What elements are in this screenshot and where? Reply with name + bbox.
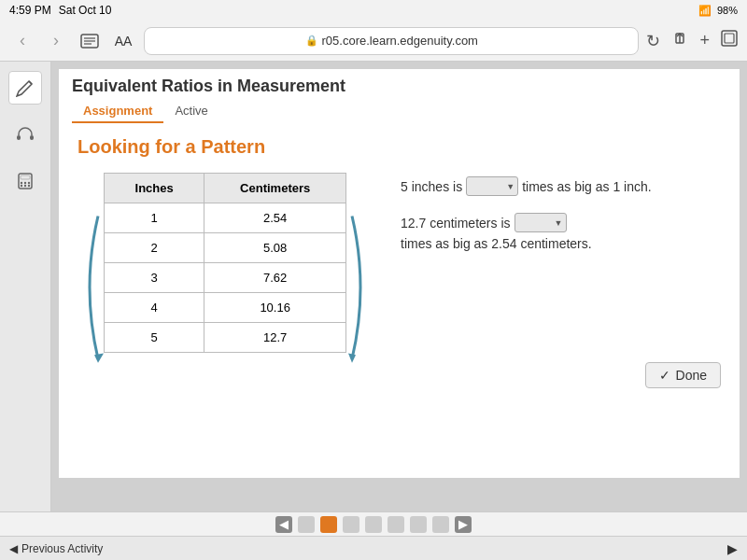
calculator-icon[interactable]	[8, 164, 42, 198]
svg-rect-11	[21, 175, 30, 179]
prev-page-button[interactable]: ◀	[275, 516, 292, 533]
tabs-bar: Assignment Active	[72, 100, 726, 123]
svg-point-12	[21, 182, 22, 184]
page-dot-6[interactable]	[410, 516, 427, 533]
right-arrow-svg	[346, 208, 373, 367]
svg-rect-8	[17, 135, 21, 140]
questions-panel: 5 inches is 2 3 4 5 6 times as big	[401, 173, 721, 268]
left-arrow-svg	[78, 208, 104, 367]
col-header-cm: Centimeters	[204, 174, 346, 203]
lock-icon: 🔒	[305, 35, 318, 47]
table-row: 25.08	[105, 233, 346, 263]
table-row: 12.54	[105, 203, 346, 233]
sidebar	[0, 62, 51, 511]
pagination-bar: ◀ ▶	[0, 511, 747, 536]
tabs-button[interactable]	[721, 30, 738, 51]
address-bar[interactable]: 🔒 r05.core.learn.edgenuity.com	[144, 27, 639, 55]
back-button[interactable]: ‹	[9, 28, 35, 54]
cell-inches: 5	[105, 323, 204, 353]
cell-inches: 1	[105, 203, 204, 233]
data-table: Inches Centimeters 12.5425.0837.62410.16…	[104, 173, 346, 353]
done-button[interactable]: ✓ Done	[645, 362, 721, 388]
question-1: 5 inches is 2 3 4 5 6 times as big	[401, 176, 721, 196]
status-bar: 4:59 PM Sat Oct 10 📶 98%	[0, 0, 747, 21]
browser-actions: ↻ +	[646, 29, 738, 52]
status-date: Sat Oct 10	[59, 4, 112, 17]
cell-cm: 5.08	[204, 233, 346, 263]
page-dot-2[interactable]	[320, 516, 337, 533]
cell-inches: 2	[105, 233, 204, 263]
prev-activity-label: Previous Activity	[21, 542, 103, 555]
wifi-icon: 📶	[698, 5, 712, 17]
q2-after: times as big as 2.54 centimeters.	[401, 236, 592, 251]
battery-indicator: 98%	[717, 5, 738, 16]
app-container: Equivalent Ratios in Measurement Assignm…	[0, 62, 747, 511]
cell-cm: 12.7	[204, 323, 346, 353]
tab-assignment[interactable]: Assignment	[72, 100, 163, 123]
page-dot-7[interactable]	[432, 516, 449, 533]
q1-before: 5 inches is	[401, 179, 462, 194]
browser-bar: ‹ › AA 🔒 r05.core.learn.edgenuity.com ↻ …	[0, 21, 747, 62]
main-content: Equivalent Ratios in Measurement Assignm…	[51, 62, 747, 511]
q1-dropdown-wrapper[interactable]: 2 3 4 5 6	[466, 176, 518, 196]
svg-point-13	[24, 182, 26, 184]
url-text: r05.core.learn.edgenuity.com	[322, 34, 478, 48]
cell-inches: 3	[105, 263, 204, 293]
cell-cm: 7.62	[204, 263, 346, 293]
svg-rect-9	[30, 135, 34, 140]
next-page-button[interactable]: ▶	[455, 516, 472, 533]
status-time: 4:59 PM	[9, 4, 51, 17]
svg-point-15	[21, 185, 22, 187]
content-card: Looking for a Pattern Inches Centimeters	[59, 123, 740, 478]
table-row: 410.16	[105, 293, 346, 323]
checkmark-icon: ✓	[659, 368, 670, 383]
bottom-nav-bar: ◀ Previous Activity ▶	[0, 536, 747, 560]
prev-arrow-icon: ◀	[9, 542, 18, 555]
content-body: Inches Centimeters 12.5425.0837.62410.16…	[78, 173, 721, 353]
svg-point-14	[28, 182, 30, 184]
refresh-button[interactable]: ↻	[646, 31, 660, 51]
table-wrapper: Inches Centimeters 12.5425.0837.62410.16…	[78, 173, 373, 353]
add-tab-button[interactable]: +	[699, 31, 710, 50]
q2-dropdown-wrapper[interactable]: 2 3 4 5 6	[514, 213, 567, 232]
done-label: Done	[676, 368, 707, 383]
svg-marker-18	[94, 354, 104, 363]
reader-button[interactable]	[77, 28, 103, 54]
headphone-icon[interactable]	[8, 118, 42, 151]
prev-activity-link[interactable]: ◀ Previous Activity	[9, 542, 103, 555]
table-row: 37.62	[105, 263, 346, 293]
page-header: Equivalent Ratios in Measurement Assignm…	[59, 69, 740, 123]
svg-point-16	[24, 185, 26, 187]
next-arrow-icon[interactable]: ▶	[727, 541, 738, 556]
pencil-icon[interactable]	[8, 71, 42, 105]
share-button[interactable]	[671, 29, 688, 52]
q2-dropdown[interactable]: 2 3 4 5 6	[514, 213, 567, 232]
svg-rect-7	[725, 34, 734, 43]
page-dot-1[interactable]	[298, 516, 315, 533]
text-size-label[interactable]: AA	[110, 28, 136, 54]
q2-before: 12.7 centimeters is	[401, 216, 511, 231]
cell-inches: 4	[105, 293, 204, 323]
question-2: 12.7 centimeters is 2 3 4 5 6 times	[401, 213, 721, 251]
page-dot-3[interactable]	[343, 516, 359, 533]
q1-dropdown[interactable]: 2 3 4 5 6	[466, 176, 518, 196]
table-row: 512.7	[105, 323, 346, 353]
svg-point-17	[28, 185, 30, 187]
svg-marker-19	[348, 354, 356, 363]
cell-cm: 2.54	[204, 203, 346, 233]
col-header-inches: Inches	[105, 174, 204, 203]
page-dot-5[interactable]	[388, 516, 404, 533]
cell-cm: 10.16	[204, 293, 346, 323]
page-title: Equivalent Ratios in Measurement	[72, 77, 726, 96]
tab-active[interactable]: Active	[163, 100, 218, 123]
section-title: Looking for a Pattern	[78, 136, 721, 158]
q1-after: times as big as 1 inch.	[522, 179, 652, 194]
forward-button[interactable]: ›	[43, 28, 69, 54]
done-btn-wrapper: ✓ Done	[78, 353, 721, 388]
page-dot-4[interactable]	[365, 516, 382, 533]
